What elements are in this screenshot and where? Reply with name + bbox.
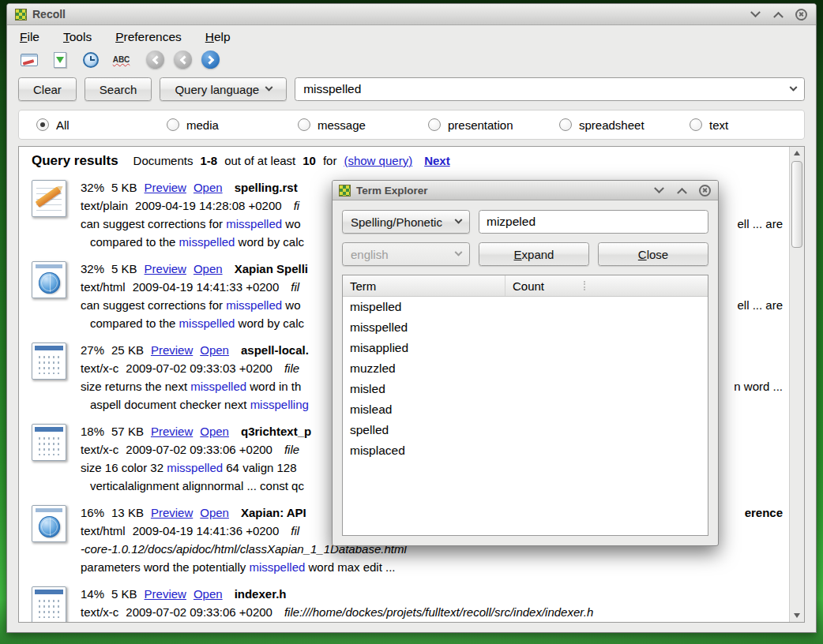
radio-icon[interactable] — [298, 118, 310, 131]
globe-icon — [39, 272, 60, 294]
expansion-mode-combo[interactable]: Spelling/Phonetic — [342, 210, 470, 234]
result-size: 13 KB — [111, 504, 144, 522]
close-icon — [795, 9, 807, 21]
dialog-unshade-button[interactable] — [675, 183, 689, 197]
open-link[interactable]: Open — [194, 260, 223, 278]
query-input-combo[interactable] — [295, 77, 805, 101]
term-column-header[interactable]: Term — [343, 275, 505, 296]
search-button[interactable]: Search — [85, 77, 152, 101]
result-relevance: 18% — [81, 422, 104, 440]
title-bar[interactable]: Recoll — [7, 4, 816, 25]
radio-icon[interactable] — [559, 118, 572, 131]
preview-link[interactable]: Preview — [151, 341, 193, 359]
radio-icon[interactable] — [36, 118, 49, 131]
open-link[interactable]: Open — [200, 341, 229, 359]
source-doc-icon — [32, 343, 66, 380]
result-snippet-tail: n word ... — [734, 377, 783, 395]
term-table-header: Term Count — [343, 275, 708, 297]
chevron-down-icon[interactable] — [790, 83, 798, 91]
highlight-term: misspelled — [167, 461, 223, 474]
term-row[interactable]: spelled — [343, 420, 708, 440]
unshade-button[interactable] — [771, 7, 785, 21]
count-column-header[interactable]: Count — [505, 275, 708, 296]
menu-bar: FileToolsPreferencesHelp — [7, 25, 816, 47]
save-query-button[interactable] — [49, 49, 70, 70]
scroll-up-button[interactable] — [790, 147, 804, 159]
erase-search-button[interactable] — [18, 49, 39, 70]
result-date: 2009-07-02 09:33:06 +0200 — [126, 603, 272, 621]
show-query-link[interactable]: (show query) — [344, 154, 412, 167]
column-grip[interactable] — [584, 281, 585, 290]
next-page-button[interactable] — [201, 51, 220, 69]
radio-icon[interactable] — [690, 118, 702, 131]
term-input[interactable] — [479, 210, 708, 234]
open-link[interactable]: Open — [200, 422, 229, 440]
filter-presentation[interactable]: presentation — [428, 118, 559, 132]
dialog-title-bar[interactable]: Term Explorer — [333, 181, 718, 200]
first-page-button[interactable] — [146, 51, 164, 69]
source-doc-icon — [32, 586, 66, 622]
open-link[interactable]: Open — [194, 585, 223, 603]
preview-link[interactable]: Preview — [151, 504, 193, 522]
results-scrollbar[interactable] — [789, 147, 804, 622]
close-window-button[interactable] — [794, 7, 808, 21]
term-row[interactable]: misapplied — [343, 338, 708, 358]
result-mime: text/html — [81, 278, 126, 296]
result-snippet-tail: ell ... are — [737, 296, 783, 314]
filter-spreadsheet[interactable]: spreadsheet — [559, 118, 690, 132]
chevron-up-icon — [677, 187, 687, 197]
term-row[interactable]: muzzled — [343, 358, 708, 379]
filter-label: spreadsheet — [579, 118, 644, 132]
search-bar: Clear Search Query language — [7, 75, 816, 107]
result-snippet: parameters word the potentially misspell… — [81, 558, 783, 576]
filter-label: media — [186, 118, 219, 132]
dialog-shade-button[interactable] — [652, 183, 666, 197]
erase-search-icon — [21, 54, 38, 66]
preview-link[interactable]: Preview — [145, 260, 186, 278]
next-page-link[interactable]: Next — [424, 154, 450, 167]
close-dialog-button[interactable]: Close — [598, 242, 708, 266]
highlight-term: misspelled — [190, 380, 246, 393]
result-relevance: 32% — [81, 178, 104, 197]
preview-link[interactable]: Preview — [145, 585, 186, 603]
filter-media[interactable]: media — [167, 118, 298, 132]
preview-link[interactable]: Preview — [151, 422, 193, 440]
chevron-down-icon — [455, 215, 463, 223]
result-url: fil — [291, 278, 299, 296]
query-input[interactable] — [303, 82, 791, 96]
radio-icon[interactable] — [428, 118, 441, 131]
filter-all[interactable]: All — [36, 118, 167, 132]
filter-message[interactable]: message — [298, 118, 428, 132]
menu-preferences[interactable]: Preferences — [115, 30, 182, 44]
term-row[interactable]: misspelled — [343, 317, 708, 338]
open-link[interactable]: Open — [200, 504, 229, 522]
menu-tools[interactable]: Tools — [63, 30, 92, 44]
term-row[interactable]: mispelled — [343, 297, 708, 317]
preview-link[interactable]: Preview — [145, 178, 186, 197]
term-row[interactable]: misplaced — [343, 440, 708, 461]
term-row[interactable]: mislead — [343, 399, 708, 420]
scroll-down-button[interactable] — [790, 609, 804, 622]
expand-button[interactable]: Expand — [479, 242, 589, 266]
prev-page-button[interactable] — [174, 51, 192, 69]
open-link[interactable]: Open — [194, 178, 223, 197]
scroll-thumb[interactable] — [791, 161, 802, 248]
menu-help[interactable]: Help — [205, 30, 231, 44]
dialog-close-window-button[interactable] — [697, 183, 712, 197]
result-mime: text/x-c — [81, 359, 118, 377]
html-doc-icon — [32, 505, 66, 542]
of-label: out of at least — [224, 154, 295, 167]
result-url: file — [284, 359, 299, 377]
result-relevance: 27% — [81, 341, 104, 359]
term-row[interactable]: misled — [343, 379, 708, 399]
down-arrow-icon — [794, 613, 800, 618]
scroll-track[interactable] — [790, 159, 804, 609]
term-explorer-abc-button[interactable]: ABC — [111, 49, 132, 70]
filter-text[interactable]: text — [690, 118, 804, 132]
menu-file[interactable]: File — [20, 30, 39, 44]
query-language-combo[interactable]: Query language — [160, 77, 287, 101]
clear-button[interactable]: Clear — [18, 77, 77, 101]
history-clock-button[interactable] — [80, 49, 101, 70]
radio-icon[interactable] — [167, 118, 179, 131]
shade-button[interactable] — [748, 7, 762, 21]
